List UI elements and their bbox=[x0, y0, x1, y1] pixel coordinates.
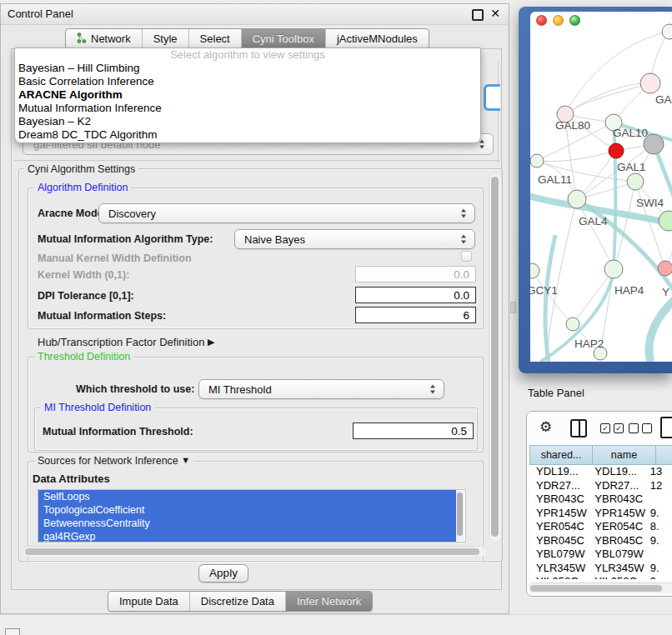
table-cell: YIL052C bbox=[588, 575, 646, 579]
zoom-traffic-light-icon[interactable] bbox=[569, 15, 580, 26]
down-triangle-icon[interactable]: ▼ bbox=[181, 454, 190, 466]
attribute-item-selfloops[interactable]: SelfLoops bbox=[38, 490, 456, 503]
algorithm-option-aracne-algorithm[interactable]: ARACNE Algorithm bbox=[15, 88, 480, 102]
attribute-item-topologicalcoefficient[interactable]: TopologicalCoefficient bbox=[38, 503, 456, 517]
table-cell: 13 bbox=[647, 465, 672, 479]
tab-impute-data[interactable]: Impute Data bbox=[108, 592, 189, 611]
network-view-window: GALGAL80GAL10GAL11GAL1SWI4GAL4GCY1HAP4YH… bbox=[519, 7, 672, 373]
tab-label: Select bbox=[200, 32, 230, 45]
network-node[interactable] bbox=[530, 154, 544, 168]
column-header-name[interactable]: name bbox=[593, 445, 656, 465]
tab-style[interactable]: Style bbox=[142, 29, 188, 48]
data-attributes-list[interactable]: SelfLoopsTopologicalCoefficientBetweenne… bbox=[38, 489, 466, 542]
groupbox-border-fragment bbox=[498, 62, 499, 163]
columns-icon[interactable] bbox=[570, 419, 587, 438]
minimized-panel-icon[interactable] bbox=[5, 628, 20, 635]
attribute-item-betweennesscentrality[interactable]: BetweennessCentrality bbox=[38, 517, 456, 530]
dpi-tolerance-field[interactable] bbox=[355, 287, 476, 303]
table-row[interactable]: YPR145WYPR145W9. bbox=[529, 507, 672, 521]
network-node[interactable] bbox=[604, 260, 623, 278]
node-label-gal1: GAL1 bbox=[617, 161, 646, 173]
table-row[interactable]: YBR045CYBR045C9. bbox=[529, 534, 672, 548]
mi-threshold-field[interactable] bbox=[353, 422, 474, 439]
mi-algorithm-type-combo[interactable]: Naive Bayes bbox=[234, 229, 475, 249]
which-threshold-combo[interactable]: MI Threshold bbox=[198, 379, 444, 399]
node-label-y: Y bbox=[662, 286, 669, 298]
network-node[interactable] bbox=[658, 261, 672, 276]
apply-button[interactable]: Apply bbox=[198, 564, 248, 582]
sources-group-title[interactable]: Sources for Network Inference ▼ bbox=[34, 455, 193, 467]
table-row[interactable]: YDR27...YDR27...12 bbox=[529, 479, 672, 493]
file-icon[interactable] bbox=[660, 417, 672, 438]
tab-cyni-toolbox[interactable]: Cyni Toolbox bbox=[241, 29, 325, 48]
table-cell: YDL19... bbox=[529, 465, 588, 479]
settings-vertical-scrollbar[interactable] bbox=[489, 174, 501, 541]
table-row[interactable]: YDL19...YDL19...13 bbox=[529, 465, 672, 479]
network-node[interactable] bbox=[566, 318, 579, 331]
control-panel-titlebar: Control Panel ✕ bbox=[1, 4, 509, 25]
checked-boxes-icon[interactable]: ✓✓ bbox=[600, 423, 624, 433]
tab-jactivemnodules[interactable]: jActiveMNodules bbox=[325, 29, 429, 48]
table-row[interactable]: YBR043CYBR043C bbox=[529, 492, 672, 507]
aracne-mode-label: Aracne Mode: bbox=[38, 208, 107, 219]
network-node[interactable] bbox=[659, 211, 672, 231]
unchecked-boxes-icon[interactable] bbox=[629, 423, 652, 433]
table-row[interactable]: YBL079WYBL079W bbox=[529, 548, 672, 562]
algorithm-option-bayesian-k2[interactable]: Bayesian – K2 bbox=[15, 115, 480, 128]
panel-splitter-handle[interactable] bbox=[510, 302, 516, 313]
focused-combo-fragment[interactable] bbox=[484, 84, 500, 111]
float-window-icon[interactable] bbox=[472, 9, 484, 21]
table-cell: YBR045C bbox=[529, 534, 588, 548]
settings-horizontal-scrollbar[interactable] bbox=[23, 546, 486, 557]
attribute-item-gal4rgexp[interactable]: gal4RGexp bbox=[38, 530, 456, 542]
table-row[interactable]: YIL052CYIL052C9 bbox=[529, 575, 672, 579]
close-icon[interactable]: ✕ bbox=[490, 7, 500, 20]
minimize-traffic-light-icon[interactable] bbox=[553, 15, 564, 26]
up-down-arrows-icon bbox=[461, 235, 467, 244]
column-header-clipped[interactable] bbox=[656, 445, 672, 465]
tab-network[interactable]: Network bbox=[66, 29, 142, 48]
network-node[interactable] bbox=[627, 173, 644, 190]
aracne-mode-combo[interactable]: Discovery bbox=[98, 203, 475, 223]
network-edge bbox=[565, 83, 650, 114]
hub-section-label[interactable]: Hub/Transcription Factor Definition ▶ bbox=[38, 336, 214, 348]
gear-icon[interactable]: ⚙ bbox=[539, 418, 552, 436]
tab-discretize-data[interactable]: Discretize Data bbox=[189, 592, 285, 611]
tab-infer-network[interactable]: Infer Network bbox=[285, 592, 372, 611]
kernel-width-field[interactable] bbox=[355, 266, 476, 282]
up-down-arrows-icon bbox=[479, 140, 485, 149]
manual-kernel-checkbox[interactable] bbox=[461, 251, 472, 262]
table-horizontal-scrollbar[interactable] bbox=[529, 582, 672, 593]
table-cell: 9. bbox=[647, 562, 672, 576]
network-node[interactable] bbox=[640, 73, 660, 93]
table-rows: YDL19...YDL19...13YDR27...YDR27...12YBR0… bbox=[529, 465, 672, 579]
algorithm-option-bayesian-hill-climbing[interactable]: Bayesian – Hill Climbing bbox=[15, 62, 480, 75]
mi-steps-field[interactable] bbox=[355, 307, 476, 323]
table-cell bbox=[647, 548, 672, 562]
algorithm-option-dream8-dc-tdc-algorithm[interactable]: Dream8 DC_TDC Algorithm bbox=[15, 128, 480, 142]
node-label-gcy1: GCY1 bbox=[530, 284, 558, 297]
algorithm-option-mutual-information-inference[interactable]: Mutual Information Inference bbox=[15, 102, 480, 115]
table-row[interactable]: YER054CYER054C8. bbox=[529, 520, 672, 534]
mi-threshold-label: Mutual Information Threshold: bbox=[43, 426, 193, 438]
network-node[interactable] bbox=[662, 24, 672, 39]
table-row[interactable]: YLR345WYLR345W9. bbox=[529, 562, 672, 576]
right-triangle-icon[interactable]: ▶ bbox=[208, 337, 214, 348]
close-traffic-light-icon[interactable] bbox=[536, 15, 547, 26]
network-node[interactable] bbox=[530, 263, 539, 278]
algorithm-option-basic-correlation-inference[interactable]: Basic Correlation Inference bbox=[15, 75, 480, 88]
table-cell: YLR345W bbox=[529, 562, 588, 576]
tab-label: jActiveMNodules bbox=[337, 32, 418, 45]
network-node[interactable] bbox=[609, 143, 624, 158]
section-divider bbox=[14, 160, 499, 161]
popup-item-list: Bayesian – Hill ClimbingBasic Correlatio… bbox=[15, 62, 480, 142]
column-header-shared[interactable]: shared... bbox=[529, 445, 593, 465]
mi-threshold-group-title: MI Threshold Definition bbox=[41, 402, 154, 413]
node-label-gal4: GAL4 bbox=[579, 215, 608, 228]
tab-label: Cyni Toolbox bbox=[253, 32, 314, 45]
network-canvas[interactable]: GALGAL80GAL10GAL11GAL1SWI4GAL4GCY1HAP4YH… bbox=[530, 12, 672, 362]
tab-select[interactable]: Select bbox=[188, 29, 241, 48]
mi-steps-label: Mutual Information Steps: bbox=[38, 310, 166, 322]
list-scrollbar[interactable] bbox=[456, 491, 464, 541]
network-node[interactable] bbox=[568, 190, 586, 208]
